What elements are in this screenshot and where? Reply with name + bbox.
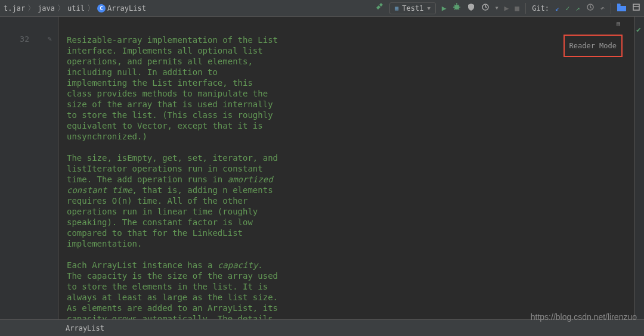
- git-push-icon[interactable]: ↗: [576, 4, 580, 13]
- chevron-right-icon: 〉: [87, 3, 95, 14]
- breadcrumb-jar[interactable]: t.jar: [4, 4, 25, 13]
- breadcrumb-class-label: ArrayList: [107, 4, 146, 13]
- coverage-icon[interactable]: [467, 3, 475, 13]
- run-config-dropdown[interactable]: ▦ Test1 ▼: [389, 2, 436, 14]
- bottom-bar: ArrayList: [0, 319, 644, 336]
- watermark: https://blog.csdn.net/lirenzuo: [531, 312, 637, 322]
- toolbar-right: ▦ Test1 ▼ ▶ ▼ ▶ ■ Git: ↙ ✓ ↗ ↶: [375, 2, 640, 14]
- build-icon[interactable]: [375, 3, 383, 13]
- git-commit-icon[interactable]: ✓: [565, 4, 569, 13]
- doc-text: Each ArrayList instance has a: [67, 260, 218, 270]
- editor-area: 32 ✎ ▤ Reader Mode Resizable-array imple…: [0, 17, 644, 319]
- profile-icon[interactable]: [481, 3, 490, 13]
- edit-icon[interactable]: ✎: [48, 35, 52, 43]
- separator: [525, 3, 526, 14]
- bottom-tab[interactable]: ArrayList: [66, 324, 104, 332]
- breadcrumb: t.jar 〉 java 〉 util 〉 C ArrayList: [4, 3, 146, 14]
- doc-paragraph: Each ArrayList instance has a capacity. …: [67, 260, 281, 319]
- reader-mode-toggle-icon[interactable]: ▤: [617, 20, 620, 27]
- svg-line-13: [590, 7, 592, 8]
- reader-mode-tooltip: Reader Mode: [564, 35, 623, 57]
- svg-line-7: [458, 8, 459, 10]
- folder-icon[interactable]: [617, 4, 626, 13]
- chevron-down-icon: ▼: [427, 5, 430, 11]
- svg-rect-14: [633, 4, 639, 10]
- undo-icon[interactable]: ↶: [600, 4, 605, 13]
- inspection-ok-icon[interactable]: ✔: [636, 25, 641, 34]
- class-icon: C: [97, 4, 106, 13]
- run-config-label: Test1: [402, 4, 423, 13]
- box-icon[interactable]: [632, 3, 640, 13]
- git-label: Git:: [532, 4, 549, 13]
- run-icon[interactable]: ▶: [442, 4, 447, 13]
- right-gutter: ✔: [634, 17, 644, 319]
- run-config-icon: ▦: [395, 5, 398, 11]
- doc-emphasis: capacity: [218, 260, 258, 270]
- separator: [611, 3, 611, 14]
- editor-content[interactable]: ▤ Reader Mode Resizable-array implementa…: [58, 17, 634, 319]
- git-pull-icon[interactable]: ↙: [555, 4, 559, 13]
- svg-line-4: [454, 5, 456, 6]
- breadcrumb-pkg-java[interactable]: java: [38, 4, 55, 13]
- chevron-right-icon: 〉: [27, 3, 35, 14]
- breadcrumb-pkg-util[interactable]: util: [67, 4, 85, 13]
- gutter: 32 ✎: [0, 17, 58, 319]
- breadcrumb-class[interactable]: C ArrayList: [97, 4, 146, 13]
- debug-icon[interactable]: [453, 3, 461, 13]
- chevron-right-icon: 〉: [57, 3, 65, 14]
- svg-line-5: [458, 5, 459, 6]
- doc-paragraph: The size, isEmpty, get, set, iterator, a…: [67, 153, 281, 249]
- git-history-icon[interactable]: [586, 3, 595, 13]
- stop-icon: ■: [515, 4, 519, 13]
- run-disabled-icon: ▶: [504, 4, 509, 13]
- chevron-down-icon[interactable]: ▼: [496, 5, 499, 11]
- doc-paragraph: Resizable-array implementation of the Li…: [67, 35, 281, 142]
- top-toolbar: t.jar 〉 java 〉 util 〉 C ArrayList ▦ Test…: [0, 0, 644, 17]
- svg-line-6: [454, 8, 456, 10]
